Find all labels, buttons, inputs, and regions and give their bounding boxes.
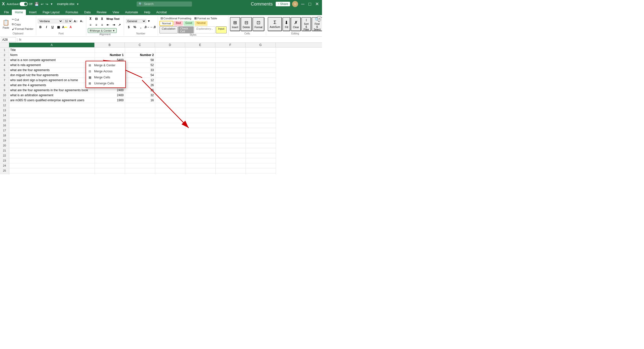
cell-d3[interactable] xyxy=(155,58,185,63)
cell-g10[interactable] xyxy=(246,93,276,98)
cell-g18[interactable] xyxy=(246,133,276,138)
cell-c20[interactable] xyxy=(125,143,155,148)
cell-a4[interactable]: what is nda agreement xyxy=(9,63,95,68)
insert-btn[interactable]: ⊞ Insert xyxy=(230,17,240,31)
cell-b20[interactable] xyxy=(95,143,125,148)
cell-a18[interactable] xyxy=(9,133,95,138)
cell-g5[interactable] xyxy=(246,68,276,73)
col-header-g[interactable]: G xyxy=(246,43,276,47)
cell-a7[interactable]: who said dont sign a buyers agreement on… xyxy=(9,78,95,83)
cell-g17[interactable] xyxy=(246,128,276,133)
row-num-8[interactable]: 8 xyxy=(0,83,9,88)
cell-f24[interactable] xyxy=(215,163,246,168)
cell-e14[interactable] xyxy=(185,113,215,118)
tab-acrobat[interactable]: Acrobat xyxy=(153,10,170,15)
cell-f23[interactable] xyxy=(215,158,246,163)
align-center-btn[interactable]: ≡ xyxy=(94,22,99,28)
cell-g12[interactable] xyxy=(246,103,276,108)
cell-f8[interactable] xyxy=(215,83,246,88)
cell-d22[interactable] xyxy=(155,153,185,158)
cell-e9[interactable] xyxy=(185,88,215,93)
cell-e4[interactable] xyxy=(185,63,215,68)
font-decrease-btn[interactable]: A↓ xyxy=(79,18,85,24)
row-num-14[interactable]: 14 xyxy=(0,113,9,118)
cell-e18[interactable] xyxy=(185,133,215,138)
cell-f16[interactable] xyxy=(215,123,246,128)
bold-btn[interactable]: B xyxy=(38,24,43,30)
cell-g7[interactable] xyxy=(246,78,276,83)
cell-g11[interactable] xyxy=(246,98,276,103)
tab-insert[interactable]: Insert xyxy=(26,10,39,15)
cell-c1[interactable] xyxy=(125,47,155,53)
col-header-d[interactable]: D xyxy=(155,43,185,47)
cell-g25[interactable] xyxy=(246,168,276,173)
cell-f6[interactable] xyxy=(215,73,246,78)
cell-e26[interactable] xyxy=(185,173,215,174)
cell-d19[interactable] xyxy=(155,138,185,143)
tab-file[interactable]: File xyxy=(1,10,12,15)
minimize-btn[interactable]: ─ xyxy=(300,2,305,7)
cell-c8[interactable]: 26 xyxy=(125,83,155,88)
tab-data[interactable]: Data xyxy=(81,10,94,15)
row-num-7[interactable]: 7 xyxy=(0,78,9,83)
format-painter-button[interactable]: 🖌 Format Painter xyxy=(11,27,34,31)
cell-b22[interactable] xyxy=(95,153,125,158)
cell-f25[interactable] xyxy=(215,168,246,173)
cell-f3[interactable] xyxy=(215,58,246,63)
cell-a22[interactable] xyxy=(9,153,95,158)
underline-btn[interactable]: U xyxy=(50,24,55,30)
cell-g23[interactable] xyxy=(246,158,276,163)
row-num-17[interactable]: 17 xyxy=(0,128,9,133)
cell-e17[interactable] xyxy=(185,128,215,133)
cell-b23[interactable] xyxy=(95,158,125,163)
cell-e10[interactable] xyxy=(185,93,215,98)
cell-d10[interactable] xyxy=(155,93,185,98)
comments-button[interactable]: Comments xyxy=(250,2,274,7)
search-input[interactable] xyxy=(144,2,184,6)
fill-btn[interactable]: ⬇ Fill xyxy=(283,17,290,31)
cell-c15[interactable] xyxy=(125,118,155,123)
cell-f9[interactable] xyxy=(215,88,246,93)
style-explanatory[interactable]: Explanatory... xyxy=(194,26,215,33)
cell-c6[interactable]: 54 xyxy=(125,73,155,78)
cell-f4[interactable] xyxy=(215,63,246,68)
cell-e16[interactable] xyxy=(185,123,215,128)
cell-e8[interactable] xyxy=(185,83,215,88)
cell-c7[interactable]: 12 xyxy=(125,78,155,83)
col-header-a[interactable]: A xyxy=(9,43,95,47)
cell-c21[interactable] xyxy=(125,148,155,153)
share-button[interactable]: ↑ Share xyxy=(276,2,290,6)
cell-a16[interactable] xyxy=(9,123,95,128)
cell-g2[interactable] xyxy=(246,53,276,58)
cell-d20[interactable] xyxy=(155,143,185,148)
cell-a24[interactable] xyxy=(9,163,95,168)
cell-f2[interactable] xyxy=(215,53,246,58)
align-top-btn[interactable]: ⊼ xyxy=(88,16,93,22)
cell-c5[interactable]: 33 xyxy=(125,68,155,73)
cell-g22[interactable] xyxy=(246,153,276,158)
formula-input[interactable] xyxy=(22,38,321,41)
row-num-12[interactable]: 12 xyxy=(0,103,9,108)
wrap-text-btn[interactable]: Wrap Text xyxy=(105,16,121,22)
cell-f12[interactable] xyxy=(215,103,246,108)
cell-g13[interactable] xyxy=(246,108,276,113)
cell-a9[interactable]: what are the four agreements in the four… xyxy=(9,88,95,93)
cell-d21[interactable] xyxy=(155,148,185,153)
cell-d18[interactable] xyxy=(155,133,185,138)
cell-b13[interactable] xyxy=(95,108,125,113)
tab-page-layout[interactable]: Page Layout xyxy=(39,10,62,15)
font-size-select[interactable]: 12 xyxy=(63,19,72,23)
row-num-2[interactable]: 2 xyxy=(0,53,9,58)
cell-f26[interactable] xyxy=(215,173,246,174)
cell-g19[interactable] xyxy=(246,138,276,143)
cell-a12[interactable] xyxy=(9,103,95,108)
percent-btn[interactable]: % xyxy=(132,24,138,30)
col-header-b[interactable]: B xyxy=(95,43,125,47)
cell-g4[interactable] xyxy=(246,63,276,68)
merge-center-btn[interactable]: ⊞ Merge & Center ▼ xyxy=(88,28,117,33)
style-normal[interactable]: Normal xyxy=(159,21,173,26)
row-num-20[interactable]: 20 xyxy=(0,143,9,148)
cell-f13[interactable] xyxy=(215,108,246,113)
delete-btn[interactable]: ⊟ Delete xyxy=(241,17,252,31)
cell-e22[interactable] xyxy=(185,153,215,158)
